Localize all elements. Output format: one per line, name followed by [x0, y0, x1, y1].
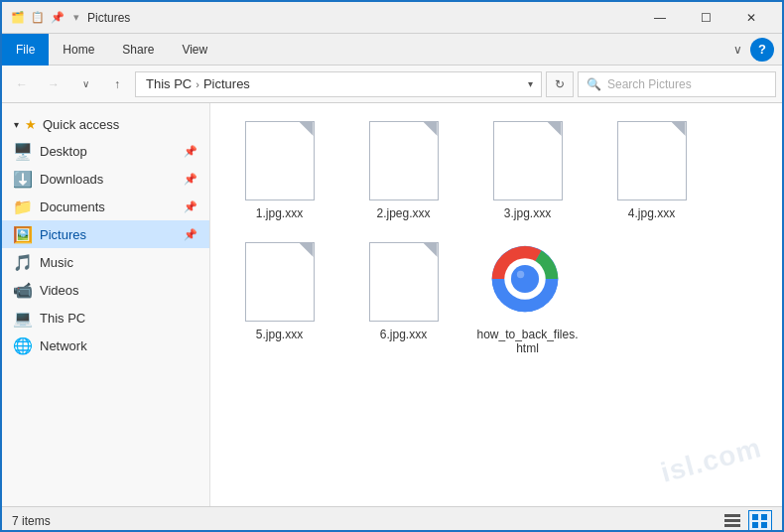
- file-label-3jpg: 3.jpg.xxx: [504, 206, 551, 220]
- status-bar-right: [720, 510, 772, 532]
- document-icon: [493, 121, 563, 200]
- path-dropdown-arrow[interactable]: ▾: [528, 78, 533, 89]
- file-icon-1jpg: [240, 121, 320, 200]
- help-button[interactable]: ?: [750, 38, 774, 62]
- sidebar-item-documents[interactable]: 📁 Documents 📌: [2, 193, 209, 220]
- menu-tab-share[interactable]: Share: [108, 34, 168, 66]
- file-icon-2jpeg: [364, 121, 444, 200]
- videos-icon: 📹: [14, 281, 32, 299]
- forward-button[interactable]: →: [40, 70, 67, 98]
- svg-rect-7: [752, 514, 758, 520]
- document-icon: [245, 242, 315, 322]
- file-label-4jpg: 4.jpg.xxx: [628, 206, 675, 220]
- close-button[interactable]: ✕: [728, 2, 774, 34]
- svg-rect-10: [761, 522, 767, 528]
- back-button[interactable]: ←: [8, 70, 36, 98]
- menu-tab-home[interactable]: Home: [49, 34, 108, 66]
- file-item-2jpeg[interactable]: 2.jpeg.xxx: [346, 115, 460, 226]
- quick-access-star-icon: ★: [25, 117, 37, 132]
- ribbon-expand-button[interactable]: ∨: [729, 41, 746, 59]
- sidebar-item-this-pc[interactable]: 💻 This PC: [2, 304, 209, 332]
- quick-access-arrow: ▾: [14, 119, 19, 130]
- list-view-button[interactable]: [720, 510, 744, 532]
- documents-pin-icon: 📌: [184, 200, 197, 213]
- title-bar-icons: 🗂️ 📋 📌 ▾: [10, 10, 79, 26]
- file-icon-5jpg: [240, 242, 320, 322]
- svg-rect-9: [752, 522, 758, 528]
- folder-icon: 🗂️: [10, 10, 26, 26]
- file-item-5jpg[interactable]: 5.jpg.xxx: [222, 236, 336, 361]
- svg-point-2: [510, 265, 538, 293]
- document-icon: [369, 242, 439, 322]
- quick-access-icon: 📋: [30, 10, 46, 26]
- sidebar-item-videos[interactable]: 📹 Videos: [2, 276, 209, 304]
- svg-rect-5: [724, 519, 740, 522]
- document-icon: [245, 121, 315, 200]
- sidebar-item-music[interactable]: 🎵 Music: [2, 248, 209, 276]
- sidebar-downloads-label: Downloads: [40, 172, 103, 187]
- document-icon: [369, 121, 439, 200]
- sidebar-this-pc-label: This PC: [40, 311, 85, 326]
- file-icon-3jpg: [488, 121, 568, 200]
- title-bar: 🗂️ 📋 📌 ▾ Pictures — ☐ ✕: [2, 2, 782, 34]
- address-path[interactable]: This PC › Pictures ▾: [135, 71, 542, 97]
- chrome-icon-svg: [488, 242, 562, 316]
- this-pc-icon: 💻: [14, 309, 32, 327]
- file-label-2jpeg: 2.jpeg.xxx: [376, 206, 430, 220]
- path-pictures[interactable]: Pictures: [201, 76, 252, 91]
- address-dropdown-button[interactable]: ∨: [71, 70, 99, 98]
- svg-rect-4: [724, 514, 740, 517]
- documents-icon: 📁: [14, 198, 32, 215]
- sidebar-item-desktop[interactable]: 🖥️ Desktop 📌: [2, 137, 209, 165]
- file-icon-4jpg: [612, 121, 692, 200]
- file-label-6jpg: 6.jpg.xxx: [380, 328, 427, 341]
- file-label-5jpg: 5.jpg.xxx: [256, 328, 303, 341]
- grid-view-button[interactable]: [748, 510, 772, 532]
- network-icon: 🌐: [14, 336, 32, 354]
- sidebar-music-label: Music: [40, 255, 73, 270]
- minimize-button[interactable]: —: [637, 2, 683, 34]
- menu-tab-file[interactable]: File: [2, 34, 49, 66]
- refresh-button[interactable]: ↻: [546, 71, 574, 97]
- window-title: Pictures: [87, 11, 637, 25]
- menu-tab-view[interactable]: View: [168, 34, 221, 66]
- file-item-how-to-back[interactable]: how_to_back_files.html: [470, 236, 585, 361]
- window-controls: — ☐ ✕: [637, 2, 774, 34]
- sidebar: ▾ ★ Quick access 🖥️ Desktop 📌 ⬇️ Downloa…: [2, 103, 210, 506]
- search-icon: 🔍: [587, 77, 601, 91]
- pin-icon: 📌: [50, 10, 65, 26]
- quick-access-label: Quick access: [43, 117, 119, 132]
- sidebar-network-label: Network: [40, 338, 87, 353]
- watermark: isl.com: [657, 432, 764, 489]
- file-item-6jpg[interactable]: 6.jpg.xxx: [346, 236, 460, 361]
- item-count: 7 items: [12, 514, 51, 528]
- svg-rect-8: [761, 514, 767, 520]
- pictures-pin-icon: 📌: [184, 228, 197, 241]
- file-area: isl.com 1.jpg.xxx 2.jpeg.xxx: [210, 103, 782, 506]
- up-button[interactable]: ↑: [103, 70, 131, 98]
- file-item-4jpg[interactable]: 4.jpg.xxx: [594, 115, 709, 226]
- quick-access-header[interactable]: ▾ ★ Quick access: [2, 111, 209, 137]
- pictures-icon: 🖼️: [14, 225, 32, 243]
- path-this-pc[interactable]: This PC: [144, 76, 194, 91]
- menu-bar: File Home Share View ∨ ?: [2, 34, 782, 66]
- sidebar-pictures-label: Pictures: [40, 227, 86, 242]
- file-item-3jpg[interactable]: 3.jpg.xxx: [470, 115, 585, 226]
- sidebar-item-downloads[interactable]: ⬇️ Downloads 📌: [2, 165, 209, 193]
- status-bar: 7 items: [2, 506, 782, 532]
- file-item-1jpg[interactable]: 1.jpg.xxx: [222, 115, 336, 226]
- file-label-1jpg: 1.jpg.xxx: [256, 206, 303, 220]
- search-placeholder: Search Pictures: [607, 77, 692, 91]
- files-grid: 1.jpg.xxx 2.jpeg.xxx 3.jpg.xxx: [222, 115, 770, 361]
- downloads-icon: ⬇️: [14, 170, 32, 188]
- file-icon-how-to-back: [488, 242, 568, 322]
- sidebar-item-pictures[interactable]: 🖼️ Pictures 📌: [2, 220, 209, 248]
- maximize-button[interactable]: ☐: [683, 2, 728, 34]
- downloads-pin-icon: 📌: [184, 173, 197, 186]
- sidebar-desktop-label: Desktop: [40, 144, 87, 159]
- sidebar-item-network[interactable]: 🌐 Network: [2, 332, 209, 359]
- svg-rect-6: [724, 524, 740, 527]
- file-label-how-to-back: how_to_back_files.html: [474, 328, 581, 355]
- search-box[interactable]: 🔍 Search Pictures: [578, 71, 776, 97]
- sidebar-documents-label: Documents: [40, 200, 105, 214]
